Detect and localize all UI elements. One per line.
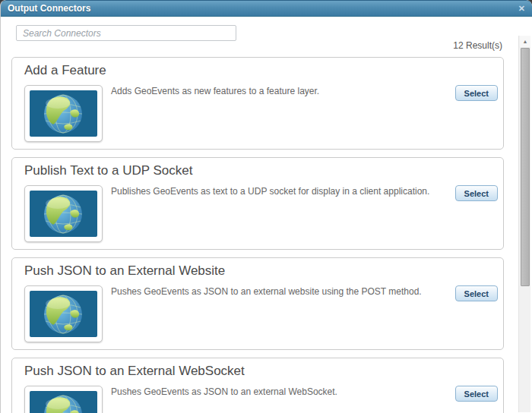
select-button[interactable]: Select [455, 386, 498, 402]
globe-icon [30, 291, 97, 337]
dialog-titlebar: Output Connectors ✕ [1, 0, 532, 17]
connector-thumbnail [24, 285, 103, 342]
scrollbar-up-arrow-icon[interactable]: ▲ [520, 36, 530, 47]
connector-title: Add a Feature [24, 63, 106, 78]
results-count: 12 Result(s) [453, 40, 502, 51]
select-button[interactable]: Select [455, 285, 498, 301]
close-icon[interactable]: ✕ [518, 5, 525, 13]
connector-description: Pushes GeoEvents as JSON to an external … [111, 286, 446, 298]
connector-thumbnail [24, 386, 103, 413]
connector-title: Push JSON to an External WebSocket [24, 364, 245, 379]
connector-description: Adds GeoEvents as new features to a feat… [111, 86, 446, 97]
select-button[interactable]: Select [455, 185, 498, 201]
connector-card: Publish Text to a UDP Socket [11, 157, 504, 250]
dialog-title: Output Connectors [8, 3, 90, 14]
connector-thumbnail [24, 85, 103, 142]
connector-title: Publish Text to a UDP Socket [24, 163, 192, 178]
dialog-content: 12 Result(s) Add a Feature [1, 17, 532, 412]
connector-card: Push JSON to an External WebSocket [11, 358, 504, 413]
connector-thumbnail [24, 185, 103, 242]
globe-icon [30, 90, 97, 137]
connector-list: Add a Feature [11, 57, 504, 413]
output-connectors-dialog: Output Connectors ✕ 12 Result(s) Add a F… [0, 0, 532, 413]
globe-icon [30, 391, 97, 413]
connector-card: Push JSON to an External Website [11, 257, 504, 350]
globe-icon [30, 191, 97, 237]
connector-description: Publishes GeoEvents as text to a UDP soc… [111, 186, 446, 197]
connector-title: Push JSON to an External Website [24, 263, 225, 279]
scrollbar-thumb[interactable] [521, 48, 530, 286]
connector-description: Pushes GeoEvents as JSON to an external … [111, 386, 446, 398]
select-button[interactable]: Select [455, 85, 498, 101]
vertical-scrollbar[interactable]: ▲ [518, 36, 530, 412]
search-input[interactable] [16, 25, 236, 41]
connector-card: Add a Feature [11, 57, 504, 150]
